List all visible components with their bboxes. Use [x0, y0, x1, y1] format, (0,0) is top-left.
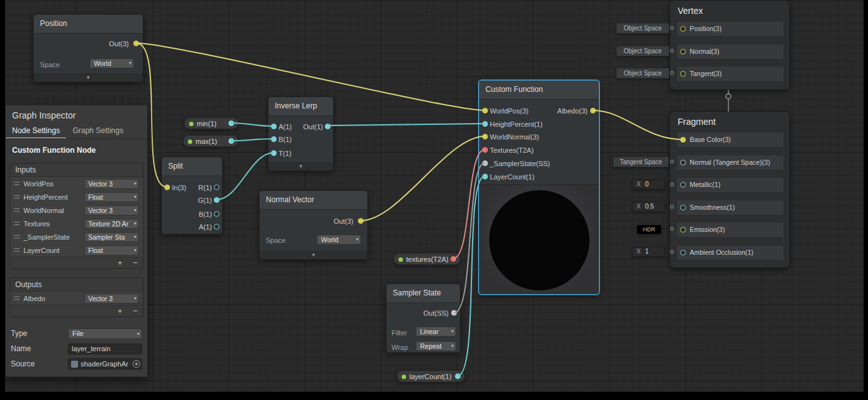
- vertex-row-tangent[interactable]: Tangent(3): [676, 66, 784, 82]
- emission-port[interactable]: [680, 227, 686, 233]
- cf-worldnormal-port[interactable]: [482, 134, 488, 139]
- tab-node-settings[interactable]: Node Settings: [6, 124, 66, 138]
- node-position-title[interactable]: Position: [34, 15, 143, 34]
- split-in-port[interactable]: [164, 184, 170, 190]
- vertex-block[interactable]: Vertex Position(3) Normal(3) Tangent(3): [669, 0, 790, 90]
- vertex-row-normal[interactable]: Normal(3): [676, 44, 784, 60]
- tangent-space-dropdown[interactable]: Tangent Space: [613, 157, 669, 167]
- node-position[interactable]: Position Out(3) Space World▾ ▾: [33, 14, 143, 82]
- vertex-row-position[interactable]: Position(3): [676, 21, 784, 37]
- base-color-port[interactable]: [680, 137, 686, 143]
- normal-vector-space-dropdown[interactable]: World▾: [317, 235, 361, 245]
- position-collapse-chevron-icon[interactable]: ▾: [34, 74, 143, 82]
- function-type-dropdown[interactable]: File▾: [68, 328, 142, 339]
- add-output-button[interactable]: +: [112, 306, 128, 316]
- drag-handle-icon[interactable]: [14, 235, 20, 238]
- fragment-block[interactable]: Fragment Base Color(3) Normal (Tangent S…: [669, 111, 790, 268]
- input-row[interactable]: Textures Texture 2D Ar▾: [10, 217, 143, 230]
- property-pill-max[interactable]: max(1): [183, 135, 239, 147]
- type-dropdown[interactable]: Vector 3▾: [84, 205, 139, 216]
- max-out-port[interactable]: [228, 138, 234, 144]
- type-dropdown[interactable]: Vector 3▾: [84, 179, 139, 189]
- cf-textures-port[interactable]: [482, 147, 488, 153]
- node-inverse-lerp-title[interactable]: Inverse Lerp: [268, 97, 333, 116]
- ambient-occlusion-port[interactable]: [680, 250, 686, 255]
- type-dropdown[interactable]: Float▾: [84, 192, 139, 202]
- cf-albedo-port[interactable]: [590, 108, 596, 113]
- textures-out-port[interactable]: [450, 256, 456, 262]
- node-normal-vector[interactable]: Normal Vector Out(3) Space World▾ ▾: [259, 190, 368, 260]
- inverse-lerp-collapse-chevron-icon[interactable]: ▾: [268, 162, 333, 171]
- drag-handle-icon[interactable]: [14, 209, 20, 212]
- object-space-dropdown[interactable]: Object Space: [616, 46, 669, 56]
- cf-heightpercent-port[interactable]: [482, 121, 488, 127]
- drag-handle-icon[interactable]: [14, 195, 20, 198]
- fragment-row-emission[interactable]: Emission(3): [676, 222, 784, 238]
- vertex-normal-port[interactable]: [680, 49, 686, 55]
- object-space-dropdown[interactable]: Object Space: [616, 68, 669, 79]
- input-row[interactable]: HeightPercent Float▾: [10, 190, 143, 203]
- layer-count-out-port[interactable]: [455, 373, 461, 379]
- split-b-port[interactable]: [214, 211, 220, 217]
- property-pill-textures[interactable]: textures(T2A): [393, 253, 461, 265]
- vertex-tangent-port[interactable]: [680, 71, 686, 77]
- node-inverse-lerp[interactable]: Inverse Lerp A(1) B(1) T(1) Out(1) ▾: [268, 96, 334, 171]
- split-a-port[interactable]: [214, 224, 220, 229]
- property-pill-min[interactable]: min(1): [184, 117, 239, 129]
- normal-vector-collapse-chevron-icon[interactable]: ▾: [260, 251, 367, 259]
- input-row[interactable]: LayerCount Float▾: [10, 243, 143, 257]
- inverse-lerp-out-port[interactable]: [325, 124, 331, 129]
- fragment-row-base-color[interactable]: Base Color(3): [676, 132, 784, 148]
- node-custom-function-title[interactable]: Custom Function: [479, 81, 599, 100]
- input-row[interactable]: WorldNormal Vector 3▾: [10, 203, 143, 217]
- fragment-row-normal[interactable]: Normal (Tangent Space)(3): [676, 155, 784, 171]
- sampler-filter-dropdown[interactable]: Linear▾: [416, 326, 456, 337]
- node-sampler-state[interactable]: Sampler State Out(SS) Filter Linear▾ Wra…: [386, 283, 461, 353]
- drag-handle-icon[interactable]: [14, 248, 20, 252]
- position-out-port[interactable]: [133, 41, 139, 46]
- split-r-port[interactable]: [214, 184, 220, 190]
- node-custom-function[interactable]: Custom Function WorldPos(3) HeightPercen…: [478, 80, 600, 295]
- add-input-button[interactable]: +: [112, 257, 128, 268]
- object-picker-icon[interactable]: [133, 360, 140, 368]
- object-space-dropdown[interactable]: Object Space: [616, 23, 669, 34]
- normal-tangent-port[interactable]: [680, 160, 686, 165]
- fragment-row-ambient-occlusion[interactable]: Ambient Occlusion(1): [676, 245, 784, 261]
- property-pill-layer-count[interactable]: layerCount(1): [397, 370, 465, 382]
- min-out-port[interactable]: [228, 120, 234, 126]
- sampler-wrap-dropdown[interactable]: Repeat▾: [416, 341, 456, 351]
- split-g-port[interactable]: [214, 197, 220, 203]
- input-row[interactable]: WorldPos Vector 3▾: [10, 177, 143, 190]
- drag-handle-icon[interactable]: [14, 222, 20, 225]
- sampler-out-port[interactable]: [451, 310, 457, 316]
- metallic-port[interactable]: [680, 182, 686, 188]
- type-dropdown[interactable]: Sampler Sta▾: [84, 232, 139, 242]
- input-row[interactable]: _SamplerState Sampler Sta▾: [10, 230, 143, 243]
- node-normal-vector-title[interactable]: Normal Vector: [260, 191, 367, 210]
- inverse-lerp-a-port[interactable]: [271, 124, 277, 129]
- fragment-row-smoothness[interactable]: Smoothness(1): [676, 200, 784, 216]
- cf-samplerstate-port[interactable]: [482, 160, 488, 166]
- remove-output-button[interactable]: −: [128, 306, 143, 316]
- type-dropdown[interactable]: Vector 3▾: [84, 294, 139, 304]
- inverse-lerp-b-port[interactable]: [271, 136, 277, 142]
- normal-vector-out-port[interactable]: [358, 218, 364, 224]
- cf-layercount-port[interactable]: [482, 174, 488, 179]
- fragment-row-metallic[interactable]: Metallic(1): [676, 177, 784, 193]
- vertex-position-port[interactable]: [680, 26, 686, 32]
- type-dropdown[interactable]: Float▾: [84, 245, 139, 255]
- hdr-color-field[interactable]: HDR: [637, 225, 661, 234]
- metallic-value-field[interactable]: X0: [632, 179, 665, 190]
- function-name-input[interactable]: [68, 344, 142, 354]
- smoothness-port[interactable]: [680, 205, 686, 210]
- node-split[interactable]: Split In(3) R(1) G(1) B(1) A(1): [161, 157, 223, 235]
- type-dropdown[interactable]: Texture 2D Ar▾: [84, 219, 139, 229]
- drag-handle-icon[interactable]: [14, 297, 20, 300]
- cf-worldpos-port[interactable]: [482, 108, 488, 113]
- source-object-field[interactable]: shaderGraphAr: [68, 358, 142, 370]
- node-split-title[interactable]: Split: [162, 157, 222, 176]
- position-space-dropdown[interactable]: World▾: [89, 58, 134, 68]
- drag-handle-icon[interactable]: [14, 182, 20, 185]
- node-sampler-state-title[interactable]: Sampler State: [386, 284, 460, 303]
- output-row[interactable]: Albedo Vector 3▾: [10, 292, 143, 305]
